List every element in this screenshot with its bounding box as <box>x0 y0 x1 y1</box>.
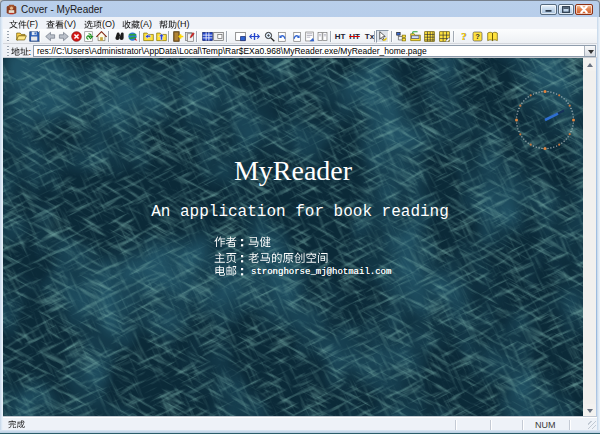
svg-text:?: ? <box>461 31 466 42</box>
svg-text:?: ? <box>475 32 480 41</box>
